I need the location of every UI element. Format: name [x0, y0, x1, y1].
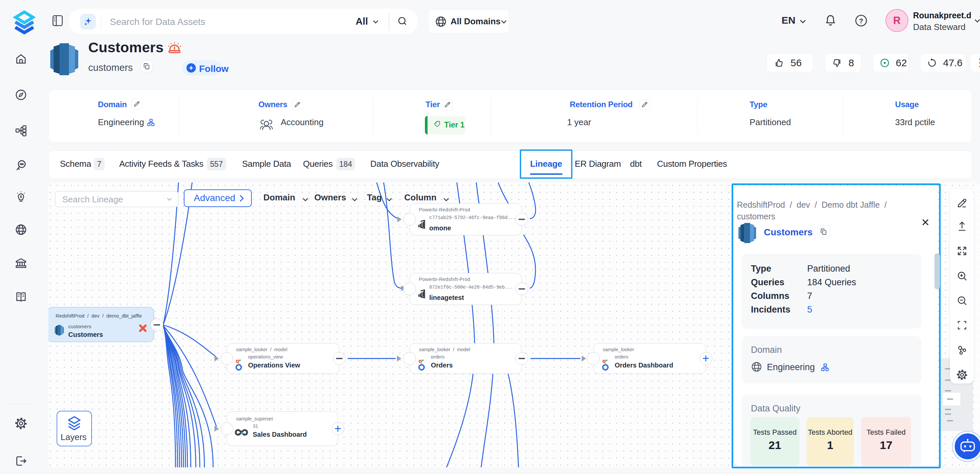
svg-text:?: ? — [859, 17, 864, 25]
